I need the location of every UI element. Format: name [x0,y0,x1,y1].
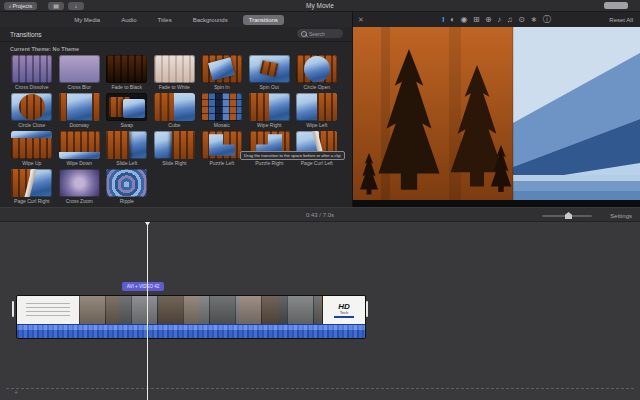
transition-thumb-wipe-up[interactable] [11,131,52,159]
transition-thumb-slide-right[interactable] [154,131,195,159]
transition-thumb-wipe-right[interactable] [249,93,290,121]
transition-thumb-blur[interactable] [59,55,100,83]
search-input[interactable]: Search [297,29,343,38]
imovie-window: ‹ Projects ▤ ↓ My Movie My MediaAudioTit… [0,0,640,400]
transition-label: Mosaic [214,122,230,128]
clip-logo-bar [334,316,354,318]
tab-audio[interactable]: Audio [115,15,142,25]
transition-item[interactable]: Fade to Black [103,55,151,90]
transition-item[interactable]: Cross Zoom [56,169,104,204]
clip-logo-card: HD Tech [322,296,365,324]
transition-thumb-ripple[interactable] [106,169,147,197]
clip-filmstrip [79,296,323,324]
transition-thumb-mosaic[interactable] [201,93,242,121]
info-icon[interactable]: ⓘ [543,16,551,24]
tab-my-media[interactable]: My Media [68,15,106,25]
transition-item[interactable]: Spin Out [246,55,294,90]
transition-item[interactable]: Wipe Up [8,131,56,166]
settings-button[interactable]: Settings [610,213,632,219]
timeline-drop-zone[interactable] [6,388,634,389]
transition-item[interactable]: Ripple [103,169,151,204]
transition-item[interactable]: Wipe Left [293,93,341,128]
transition-label: Swap [120,122,133,128]
title-clip-badge[interactable]: AVI + VIDEO 42 [122,282,164,291]
transition-item[interactable]: Cube [151,93,199,128]
transition-thumb-slide-left[interactable] [106,131,147,159]
transition-item[interactable]: Wipe Down [56,131,104,166]
add-clip-icon[interactable]: + [14,389,18,397]
text-adjust-icon[interactable]: I [442,16,444,24]
transition-thumb-wipe-left[interactable] [296,93,337,121]
transition-item[interactable]: Puzzle Right [246,131,294,166]
transition-item[interactable]: Mosaic [198,93,246,128]
crop-icon[interactable]: ⊞ [473,16,480,24]
transition-thumb-spin-out[interactable] [249,55,290,83]
transition-item[interactable]: Page Curl Right [8,169,56,204]
video-clip[interactable]: HD Tech [16,295,366,339]
transitions-grid: Cross DissolveCross BlurFade to BlackFad… [8,55,348,207]
effects-icon[interactable]: ∗ [530,16,537,24]
transition-thumb-wipe-down[interactable] [59,131,100,159]
transition-thumb-circle-close[interactable] [11,93,52,121]
transition-thumb-cube[interactable] [154,93,195,121]
transition-thumb-fade-black[interactable] [106,55,147,83]
transition-label: Fade to Black [111,84,142,90]
transition-item[interactable]: Swap [103,93,151,128]
transition-thumb-dissolve[interactable] [11,55,52,83]
transition-item[interactable]: Slide Left [103,131,151,166]
transition-label: Circle Open [304,84,330,90]
timeline-zoom-slider[interactable] [542,215,592,217]
transition-label: Circle Close [18,122,45,128]
transition-label: Page Curl Left [301,160,333,166]
transition-item[interactable]: Spin In [198,55,246,90]
transition-item[interactable]: Puzzle Left [198,131,246,166]
tab-backgrounds[interactable]: Backgrounds [187,15,234,25]
transition-thumb-doorway[interactable] [59,93,100,121]
color-correction-icon[interactable]: ◉ [460,16,467,24]
transition-thumb-zoom[interactable] [59,169,100,197]
transition-label: Spin In [214,84,230,90]
title-card-text-lines [26,303,70,317]
transition-thumb-circle-open[interactable] [296,55,337,83]
playhead[interactable] [147,222,148,400]
playhead-handle[interactable] [145,222,150,226]
audio-waveform [17,324,365,338]
transition-label: Cross Dissolve [15,84,48,90]
stabilization-icon[interactable]: ⊕ [485,16,492,24]
transition-item[interactable]: Slide Right [151,131,199,166]
transition-thumb-fade-white[interactable] [154,55,195,83]
transition-thumb-swap[interactable] [106,93,147,121]
share-button[interactable] [604,2,628,9]
transition-item[interactable]: Wipe Right [246,93,294,128]
transition-label: Puzzle Right [255,160,283,166]
tab-titles[interactable]: Titles [152,15,178,25]
transition-item[interactable]: Cross Dissolve [8,55,56,90]
transition-item[interactable]: Circle Open [293,55,341,90]
volume-icon[interactable]: ♪ [497,16,501,24]
color-balance-icon[interactable]: ◐ [450,16,455,24]
transition-item[interactable]: Fade to White [151,55,199,90]
reset-all-button[interactable]: Reset All [609,17,633,23]
transition-thumb-spin-in[interactable] [201,55,242,83]
speed-icon[interactable]: ⊙ [518,16,525,24]
transition-tooltip: Drag the transition to the space before … [240,151,345,160]
transition-item[interactable]: Page Curl Left [293,131,341,166]
browser-title: Transitions [10,31,42,38]
tab-transitions[interactable]: Transitions [243,15,284,25]
transition-label: Slide Left [116,160,137,166]
transition-label: Wipe Right [257,122,281,128]
transition-thumb-curl-right[interactable] [11,169,52,197]
window-title: My Movie [0,2,640,9]
transition-item[interactable]: Doorway [56,93,104,128]
current-theme-header: Current Theme: No Theme [10,46,79,52]
transition-item[interactable]: Cross Blur [56,55,104,90]
transition-item[interactable]: Circle Close [8,93,56,128]
clip-trim-handle-left[interactable] [12,301,14,317]
clip-trim-handle-right[interactable] [366,301,368,317]
timeline: AVI + VIDEO 42 HD Tech + [0,222,640,400]
transition-thumb-puzzle-left[interactable] [201,131,242,159]
transition-label: Wipe Down [66,160,92,166]
browser-header: Transitions Search [0,27,352,42]
search-placeholder: Search [309,31,325,37]
noise-reduction-icon[interactable]: ♫ [507,16,513,24]
